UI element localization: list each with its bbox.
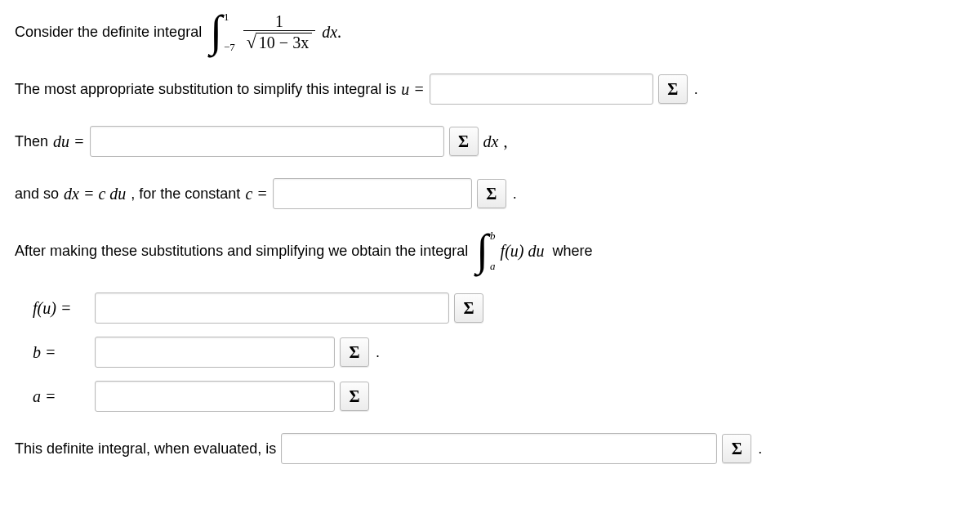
limit-a: a — [490, 261, 496, 271]
integrand-fu: f(u) du — [501, 242, 545, 261]
text-consider: Consider the definite integral — [15, 24, 202, 41]
input-u[interactable] — [430, 74, 653, 105]
answer-row-fu: f(u) = Σ — [33, 292, 965, 324]
limit-b: b — [490, 230, 496, 241]
sigma-button-c[interactable]: Σ — [477, 179, 506, 208]
question-line-final: This definite integral, when evaluated, … — [15, 433, 965, 464]
question-line-substitution: The most appropriate substitution to sim… — [15, 74, 965, 105]
question-line-c: and so dx = c du , for the constant c = … — [15, 178, 965, 209]
answer-row-b: b = Σ . — [33, 337, 965, 368]
period: . — [337, 23, 341, 42]
question-line-du: Then du = Σ dx , — [15, 126, 965, 157]
sigma-button-b[interactable]: Σ — [340, 337, 369, 367]
text-substitution: The most appropriate substitution to sim… — [15, 81, 396, 98]
integral-limits-ab: b a — [490, 230, 496, 271]
text-where: where — [553, 243, 593, 260]
radical-icon: √ — [247, 33, 256, 51]
sigma-button-u[interactable]: Σ — [658, 74, 688, 104]
fraction-numerator: 1 — [274, 12, 285, 30]
du-equals: du = — [53, 132, 85, 151]
period: . — [758, 440, 762, 458]
input-fu[interactable] — [95, 292, 449, 324]
radicand: 10 − 3x — [256, 33, 312, 51]
fraction: 1 √ 10 − 3x — [243, 12, 315, 51]
u-equals: u = — [401, 80, 425, 99]
sqrt: √ 10 − 3x — [247, 33, 312, 51]
label-b: b = — [33, 343, 90, 362]
label-a: a = — [33, 387, 90, 406]
integral-sign-icon: ∫ — [210, 16, 222, 47]
dx-text: dx — [322, 23, 337, 42]
question-line-integral: Consider the definite integral ∫ 1 −7 1 … — [15, 11, 965, 52]
input-b[interactable] — [95, 337, 335, 368]
integral-fu: ∫ b a f(u) du — [476, 230, 544, 271]
c-equals: c = — [245, 185, 267, 203]
sigma-button-final[interactable]: Σ — [722, 434, 751, 463]
text-andso: and so — [15, 185, 59, 203]
period: . — [376, 344, 380, 361]
comma: , — [503, 132, 507, 151]
limit-upper: 1 — [224, 11, 235, 22]
limit-lower: −7 — [224, 42, 235, 52]
text-after: After making these substitutions and sim… — [15, 243, 468, 260]
input-c[interactable] — [273, 178, 472, 209]
input-du[interactable] — [90, 126, 444, 157]
integral-limits: 1 −7 — [224, 11, 235, 52]
question-line-after: After making these substitutions and sim… — [15, 230, 965, 271]
text-forconstant: , for the constant — [131, 185, 240, 203]
period: . — [694, 81, 698, 98]
integral-expression: ∫ 1 −7 1 √ 10 − 3x dx . — [210, 11, 341, 52]
input-final[interactable] — [281, 433, 717, 464]
dx-eq-cdu: dx = c du — [64, 185, 126, 203]
sigma-button-du[interactable]: Σ — [449, 127, 479, 156]
sigma-button-fu[interactable]: Σ — [454, 293, 483, 323]
answer-row-a: a = Σ — [33, 381, 965, 412]
integral-sign-icon: ∫ — [476, 235, 488, 266]
input-a[interactable] — [95, 381, 335, 412]
text-then: Then — [15, 133, 48, 150]
dx-suffix: dx — [483, 132, 499, 151]
period: . — [513, 185, 517, 203]
fraction-denominator: √ 10 − 3x — [243, 30, 315, 51]
text-evaluated: This definite integral, when evaluated, … — [15, 440, 276, 458]
label-fu: f(u) = — [33, 299, 90, 318]
sigma-button-a[interactable]: Σ — [340, 382, 369, 411]
